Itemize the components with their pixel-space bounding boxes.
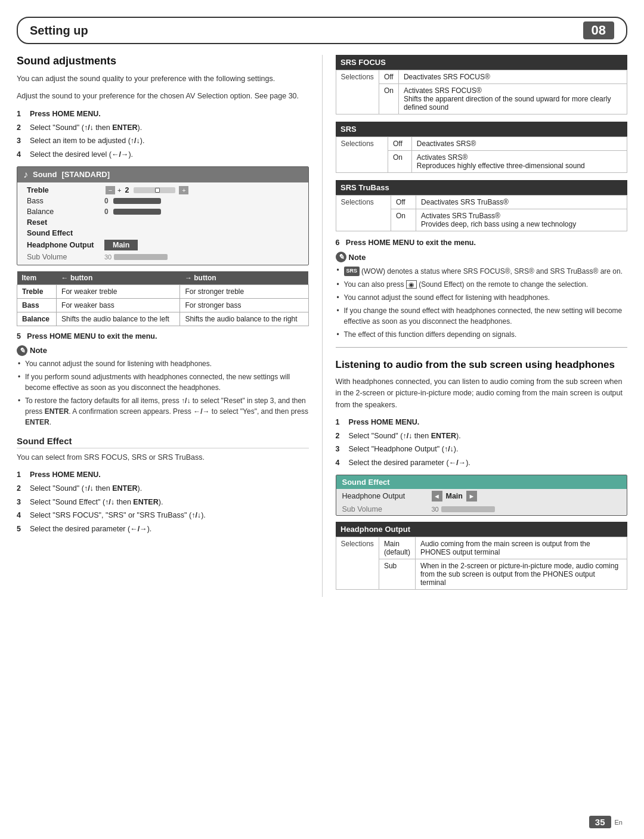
right-column: SRS FOCUS Selections Off Deactivates SRS… — [323, 55, 628, 597]
btn-table-header-right: → button — [180, 271, 308, 285]
sound-menu-box: ♪ Sound [STANDARD] Treble − + 2 + — [17, 166, 309, 265]
listening-title: Listening to audio from the sub screen u… — [336, 358, 628, 371]
headphone-output-header: Headphone Output — [336, 522, 627, 537]
bass-slider — [113, 198, 161, 204]
sound-menu-title: Sound — [33, 170, 57, 179]
sound-icon: ♪ — [23, 169, 28, 180]
footer-bar: 35 En — [589, 816, 623, 828]
treble-slider — [134, 187, 175, 193]
table-row: Bass For weaker bass For stronger bass — [17, 298, 309, 312]
sub-step-5: 5 Select the desired parameter (←/→). — [17, 524, 309, 535]
page-title: Setting up — [30, 24, 88, 38]
table-row: Balance Shifts the audio balance to the … — [17, 312, 309, 326]
left-column: Sound adjustments You can adjust the sou… — [17, 55, 323, 597]
headphone-output-table: Headphone Output Selections Main(default… — [336, 522, 628, 590]
listening-intro: With headphones connected, you can liste… — [336, 376, 628, 411]
sound-menu-row-treble: Treble − + 2 + — [17, 185, 308, 196]
srs-header: SRS — [336, 122, 627, 137]
table-row: Selections Off Deactivates SRS® — [336, 137, 627, 151]
list-item: If you change the sound effect with head… — [336, 305, 628, 327]
right-arrow-btn[interactable]: ► — [466, 491, 477, 501]
btn-table-header-left: ← button — [57, 271, 180, 285]
right-note-list: SRS (WOW) denotes a status where SRS FOC… — [336, 265, 628, 340]
listen-step-1: 1 Press HOME MENU. — [336, 417, 628, 428]
step-5: 5 Press HOME MENU to exit the menu. — [17, 332, 309, 340]
listening-section: Listening to audio from the sub screen u… — [336, 358, 628, 590]
srs-focus-header: SRS FOCUS — [336, 55, 627, 70]
step-2: 2 Select "Sound" (↑/↓ then ENTER). — [17, 122, 309, 134]
table-row: Treble For weaker treble For stronger tr… — [17, 284, 309, 298]
table-row: Selections Off Deactivates SRS TruBass® — [336, 196, 627, 209]
step-3: 3 Select an item to be adjusted (↑/↓). — [17, 135, 309, 147]
list-item: To restore the factory defaults for all … — [17, 395, 309, 428]
sound-menu-preset: [STANDARD] — [61, 170, 110, 179]
page-number: 35 — [589, 816, 611, 828]
note-list: You cannot adjust the sound for listenin… — [17, 358, 309, 428]
subsection-intro: You can select from SRS FOCUS, SRS or SR… — [17, 452, 309, 463]
list-item: You can also press ◉ (Sound Effect) on t… — [336, 279, 628, 290]
left-arrow-btn[interactable]: ◄ — [432, 491, 442, 501]
sound-menu-row-headphone: Headphone Output Main — [17, 239, 308, 252]
sound-menu-row-balance: Balance 0 — [17, 206, 308, 217]
list-item: You cannot adjust the sound effect for l… — [336, 292, 628, 303]
step-1: 1 Press HOME MENU. — [17, 109, 309, 120]
sub-step-2: 2 Select "Sound" (↑/↓ then ENTER). — [17, 483, 309, 494]
sound-effect-subsection: Sound Effect You can select from SRS FOC… — [17, 436, 309, 535]
sound-menu-row-subvol: Sub Volume 30 — [17, 252, 308, 262]
srs-badge: SRS — [344, 267, 360, 276]
page-lang: En — [615, 819, 623, 826]
page-section-number: 08 — [583, 21, 614, 39]
note-box: ✎ Note You cannot adjust the sound for l… — [17, 345, 309, 428]
section-title: Sound adjustments — [17, 55, 309, 67]
intro-text-1: You can adjust the sound quality to your… — [17, 73, 309, 85]
subsection-title: Sound Effect — [17, 436, 309, 448]
sound-menu-items: Treble − + 2 + Bass 0 — [17, 182, 308, 265]
header-bar: Setting up 08 — [17, 17, 627, 44]
divider — [336, 347, 628, 348]
listening-menu-box: Sound Effect Headphone Output ◄ Main ► S… — [336, 475, 628, 516]
step-6: 6 Press HOME MENU to exit the menu. — [336, 239, 628, 247]
table-row: Selections Off Deactivates SRS FOCUS® — [336, 70, 627, 84]
right-note-box: ✎ Note SRS (WOW) denotes a status where … — [336, 252, 628, 340]
btn-table-header-item: Item — [17, 271, 57, 285]
step-4: 4 Select the desired level (←/→). — [17, 149, 309, 160]
balance-slider — [113, 209, 161, 215]
button-table: Item ← button → button Treble For weaker… — [17, 271, 309, 326]
srs-table: SRS Selections Off Deactivates SRS® On A… — [336, 122, 628, 173]
table-row: Sub When in the 2-screen or picture-in-p… — [336, 559, 627, 589]
subvol-slider — [114, 254, 168, 260]
list-item: If you perform sound adjustments with he… — [17, 371, 309, 393]
main-steps-list: 1 Press HOME MENU. 2 Select "Sound" (↑/↓… — [17, 109, 309, 160]
sound-menu-row-bass: Bass 0 — [17, 196, 308, 206]
listening-subvol-slider — [441, 506, 495, 512]
listening-steps: 1 Press HOME MENU. 2 Select "Sound" (↑/↓… — [336, 417, 628, 469]
srs-focus-table: SRS FOCUS Selections Off Deactivates SRS… — [336, 55, 628, 114]
list-item: You cannot adjust the sound for listenin… — [17, 358, 309, 369]
listening-menu-row-headphone: Headphone Output ◄ Main ► — [336, 489, 627, 503]
subsection-steps: 1 Press HOME MENU. 2 Select "Sound" (↑/↓… — [17, 469, 309, 535]
srs-trubass-header: SRS TruBass — [336, 180, 627, 196]
listen-step-2: 2 Select "Sound" (↑/↓ then ENTER). — [336, 431, 628, 442]
right-note-title: ✎ Note — [336, 252, 628, 262]
listening-menu-row-subvol: Sub Volume 30 — [336, 503, 627, 515]
right-note-icon: ✎ — [336, 252, 346, 262]
listening-menu-header: Sound Effect — [336, 475, 627, 489]
sound-menu-row-sound-effect: Sound Effect — [17, 228, 308, 239]
sound-menu-row-reset: Reset — [17, 217, 308, 228]
main-content: Sound adjustments You can adjust the sou… — [17, 44, 627, 597]
list-item: The effect of this function differs depe… — [336, 329, 628, 340]
sub-step-4: 4 Select "SRS FOCUS", "SRS" or "SRS TruB… — [17, 510, 309, 521]
sub-step-3: 3 Select "Sound Effect" (↑/↓ then ENTER)… — [17, 497, 309, 508]
list-item: SRS (WOW) denotes a status where SRS FOC… — [336, 265, 628, 277]
sub-step-1: 1 Press HOME MENU. — [17, 469, 309, 481]
sound-menu-header: ♪ Sound [STANDARD] — [17, 167, 308, 182]
srs-trubass-table: SRS TruBass Selections Off Deactivates S… — [336, 180, 628, 231]
listen-step-3: 3 Select "Headphone Output" (↑/↓). — [336, 444, 628, 455]
listen-step-4: 4 Select the desired parameter (←/→). — [336, 457, 628, 469]
note-icon: ✎ — [17, 345, 27, 356]
table-row: On Activates SRS FOCUS®Shifts the appare… — [336, 84, 627, 114]
table-row: Selections Main(default) Audio coming fr… — [336, 537, 627, 559]
note-title: ✎ Note — [17, 345, 309, 356]
intro-text-2: Adjust the sound to your preference for … — [17, 91, 309, 102]
